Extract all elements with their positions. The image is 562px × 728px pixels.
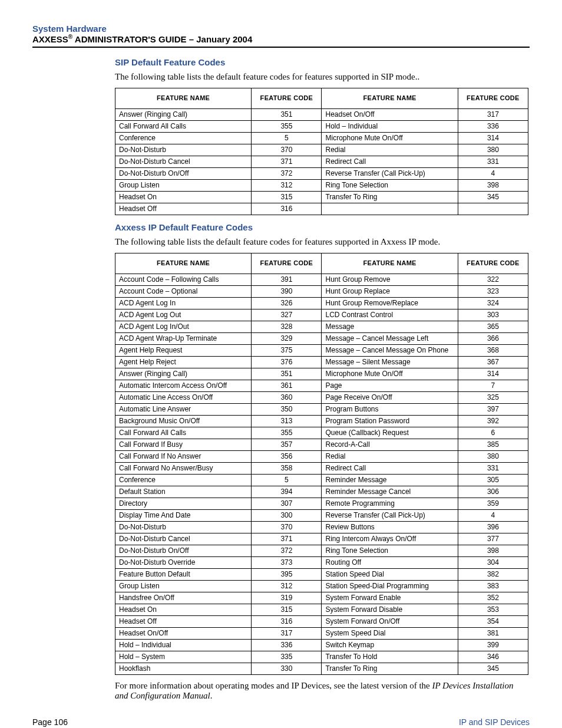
feature-name-cell: System Speed Dial	[322, 627, 458, 639]
feature-code-cell: 304	[458, 556, 528, 568]
feature-name-cell: Ring Tone Selection	[322, 545, 458, 556]
table-row: Answer (Ringing Call)351Headset On/Off31…	[115, 108, 528, 120]
feature-name-cell: Account Code – Following Calls	[115, 274, 252, 285]
feature-name-cell: Automatic Line Answer	[115, 403, 252, 415]
feature-code-cell: 305	[458, 474, 528, 486]
feature-name-cell: Default Station	[115, 486, 252, 498]
table-header-row: FEATURE NAME FEATURE CODE FEATURE NAME F…	[115, 88, 528, 109]
feature-code-cell: 359	[458, 498, 528, 509]
feature-name-cell: Switch Keymap	[322, 639, 458, 651]
feature-name-cell: System Forward On/Off	[322, 615, 458, 627]
feature-name-cell: Do-Not-Disturb Cancel	[115, 156, 252, 167]
feature-name-cell: Record-A-Call	[322, 439, 458, 450]
feature-code-cell: 6	[458, 427, 528, 439]
col-feature-code: FEATURE CODE	[458, 253, 528, 274]
table-row: Call Forward If No Answer356Redial380	[115, 450, 528, 462]
feature-name-cell: System Forward Disable	[322, 604, 458, 615]
feature-code-cell: 314	[458, 368, 528, 380]
feature-code-cell: 394	[252, 486, 322, 498]
feature-code-cell: 315	[252, 604, 322, 615]
table-row: Hold – Individual336Switch Keymap399	[115, 639, 528, 651]
table-row: Do-Not-Disturb Cancel371Ring Intercom Al…	[115, 533, 528, 545]
feature-name-cell: Agent Help Reject	[115, 356, 252, 368]
section-intro-axxess: The following table lists the default fe…	[115, 237, 528, 247]
feature-code-cell: 380	[458, 144, 528, 156]
table-row: Directory307Remote Programming359	[115, 498, 528, 509]
table-row: Hookflash330Transfer To Ring345	[115, 663, 528, 674]
feature-code-cell: 324	[458, 297, 528, 309]
feature-code-cell: 329	[252, 332, 322, 344]
feature-code-cell: 327	[252, 309, 322, 321]
col-feature-code: FEATURE CODE	[252, 253, 322, 274]
table-row: Conference5Microphone Mute On/Off314	[115, 132, 528, 144]
feature-code-cell: 395	[252, 568, 322, 580]
table-row: Call Forward All Calls355Hold – Individu…	[115, 120, 528, 132]
section-heading-sip: SIP Default Feature Codes	[115, 57, 528, 67]
feature-code-cell: 373	[252, 556, 322, 568]
col-feature-code: FEATURE CODE	[252, 88, 322, 109]
page-content: SIP Default Feature Codes The following …	[32, 57, 530, 701]
feature-code-cell: 313	[252, 415, 322, 427]
feature-code-cell: 317	[252, 627, 322, 639]
feature-name-cell: Automatic Intercom Access On/Off	[115, 380, 252, 391]
feature-name-cell: Message – Silent Message	[322, 356, 458, 368]
feature-name-cell: Do-Not-Disturb On/Off	[115, 545, 252, 556]
col-feature-name: FEATURE NAME	[115, 253, 252, 274]
feature-name-cell: Queue (Callback) Request	[322, 427, 458, 439]
feature-name-cell: Program Buttons	[322, 403, 458, 415]
table-row: Group Listen312Ring Tone Selection398	[115, 179, 528, 191]
table-header-row: FEATURE NAME FEATURE CODE FEATURE NAME F…	[115, 253, 528, 274]
feature-code-cell: 306	[458, 486, 528, 498]
page-header: System Hardware AXXESS® ADMINISTRATOR'S …	[32, 24, 530, 44]
feature-name-cell: Answer (Ringing Call)	[115, 368, 252, 380]
feature-name-cell: Hold – Individual	[115, 639, 252, 651]
table-row: ACD Agent Wrap-Up Terminate329Message – …	[115, 332, 528, 344]
feature-name-cell: Redirect Call	[322, 156, 458, 167]
feature-code-cell: 370	[252, 144, 322, 156]
feature-code-cell: 7	[458, 380, 528, 391]
table-row: ACD Agent Log In326Hunt Group Remove/Rep…	[115, 297, 528, 309]
feature-name-cell: Page Receive On/Off	[322, 391, 458, 403]
col-feature-name: FEATURE NAME	[322, 253, 458, 274]
axxess-codes-table: FEATURE NAME FEATURE CODE FEATURE NAME F…	[115, 253, 528, 675]
feature-name-cell: Call Forward If Busy	[115, 439, 252, 450]
feature-name-cell: ACD Agent Log In	[115, 297, 252, 309]
feature-code-cell: 391	[252, 274, 322, 285]
feature-name-cell: Message – Cancel Message Left	[322, 332, 458, 344]
feature-name-cell: Microphone Mute On/Off	[322, 132, 458, 144]
feature-code-cell: 335	[252, 651, 322, 663]
feature-code-cell: 380	[458, 450, 528, 462]
table-row: Display Time And Date300Reverse Transfer…	[115, 509, 528, 521]
table-row: Feature Button Default395Station Speed D…	[115, 568, 528, 580]
feature-name-cell: Message – Cancel Message On Phone	[322, 344, 458, 356]
feature-code-cell: 355	[252, 120, 322, 132]
feature-code-cell: 366	[458, 332, 528, 344]
feature-name-cell: Hunt Group Replace	[322, 285, 458, 297]
col-feature-name: FEATURE NAME	[322, 88, 458, 109]
feature-name-cell: Headset On/Off	[115, 627, 252, 639]
table-row: Hold – System335Transfer To Hold346	[115, 651, 528, 663]
feature-code-cell: 5	[252, 474, 322, 486]
header-title-line2: AXXESS® ADMINISTRATOR'S GUIDE – January …	[32, 34, 530, 44]
section-heading-axxess: Axxess IP Default Feature Codes	[115, 222, 528, 232]
feature-name-cell: Hold – Individual	[322, 120, 458, 132]
closing-paragraph: For more information about operating mod…	[115, 681, 528, 701]
feature-code-cell: 331	[458, 462, 528, 474]
feature-name-cell: Remote Programming	[322, 498, 458, 509]
feature-name-cell: Headset On/Off	[322, 108, 458, 120]
feature-code-cell: 376	[252, 356, 322, 368]
table-row: Automatic Line Answer350Program Buttons3…	[115, 403, 528, 415]
table-row: Default Station394Reminder Message Cance…	[115, 486, 528, 498]
closing-pre: For more information about operating mod…	[115, 681, 432, 690]
feature-name-cell: Directory	[115, 498, 252, 509]
feature-code-cell: 385	[458, 439, 528, 450]
feature-code-cell: 381	[458, 627, 528, 639]
table-row: Handsfree On/Off319System Forward Enable…	[115, 592, 528, 604]
feature-code-cell: 372	[252, 545, 322, 556]
feature-code-cell: 392	[458, 415, 528, 427]
table-row: Account Code – Optional390Hunt Group Rep…	[115, 285, 528, 297]
table-row: Do-Not-Disturb370Review Buttons396	[115, 521, 528, 533]
feature-code-cell: 307	[252, 498, 322, 509]
feature-name-cell: Reminder Message Cancel	[322, 486, 458, 498]
feature-name-cell: Account Code – Optional	[115, 285, 252, 297]
